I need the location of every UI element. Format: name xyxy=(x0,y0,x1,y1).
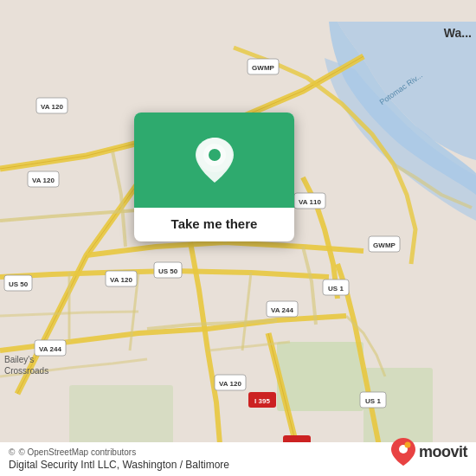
svg-text:VA 244: VA 244 xyxy=(271,306,293,314)
svg-text:I 395: I 395 xyxy=(254,397,270,405)
svg-text:VA 120: VA 120 xyxy=(219,380,241,388)
take-me-there-button[interactable]: Take me there xyxy=(134,208,294,241)
moovit-logo: moovit xyxy=(391,438,467,466)
svg-point-39 xyxy=(404,442,410,448)
svg-text:US 1: US 1 xyxy=(365,397,381,405)
svg-text:US 50: US 50 xyxy=(9,280,29,288)
location-label-baileys: Bailey'sCrossroads xyxy=(4,354,48,376)
popup-card: Take me there xyxy=(134,113,294,241)
location-pin-icon xyxy=(196,138,234,183)
svg-text:US 50: US 50 xyxy=(158,267,178,275)
moovit-brand-text: moovit xyxy=(419,443,467,461)
osm-contributors-text: © OpenStreetMap contributors xyxy=(18,447,136,457)
svg-text:GWMP: GWMP xyxy=(373,241,396,249)
svg-text:VA 110: VA 110 xyxy=(299,198,321,206)
popup-map-area xyxy=(134,113,294,208)
svg-rect-0 xyxy=(277,342,363,411)
city-label-washington: Wa... xyxy=(444,26,472,40)
svg-text:GWMP: GWMP xyxy=(252,64,274,72)
svg-text:VA 120: VA 120 xyxy=(32,177,55,184)
svg-point-37 xyxy=(209,149,221,161)
svg-text:VA 120: VA 120 xyxy=(110,276,132,284)
moovit-pin-icon xyxy=(391,438,415,466)
svg-text:US 1: US 1 xyxy=(328,285,344,293)
copyright-symbol: © xyxy=(9,447,15,457)
svg-text:VA 120: VA 120 xyxy=(41,103,63,111)
svg-text:VA 244: VA 244 xyxy=(39,345,61,353)
map-container: VA 120 VA 120 VA 120 VA 120 US 50 US 50 … xyxy=(0,0,476,476)
